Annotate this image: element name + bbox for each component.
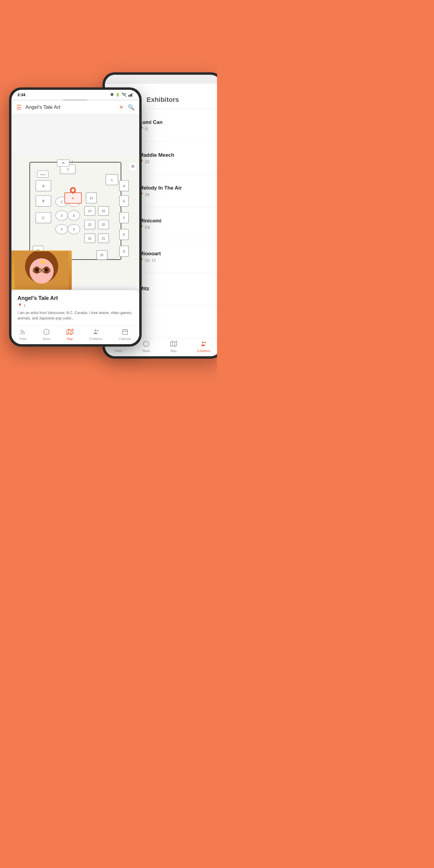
svg-text:13: 13 [90,196,93,200]
nav-exhibitors-label: Exhibitors [197,349,210,352]
svg-text:↓: ↓ [71,158,73,164]
svg-text:16: 16 [88,237,92,240]
svg-text:A: A [42,184,44,188]
exhibitor-name: Mitz [139,286,215,292]
svg-point-7 [205,342,206,343]
nav-item-news[interactable]: ! News [43,329,50,341]
svg-text:ATM: ATM [40,173,45,176]
info-card: Angel's Tale Art 📍 1 I am an artist from… [11,290,139,326]
exhibitor-info: Mitz [139,286,215,293]
svg-marker-3 [170,341,177,347]
news-icon: ! [43,329,50,337]
close-icon[interactable]: ✕ [119,104,124,111]
exhibitor-name: Maddie Meech [139,152,215,158]
exhibitor-info: Lumi Can 📍 G [139,119,215,131]
svg-text:B: B [42,199,44,203]
svg-text:2: 2 [61,200,63,204]
toolbar-title: Angel's Tale Art [25,104,116,110]
nav-calendar-label: Calendar [119,337,131,341]
svg-text:9: 9 [73,228,75,231]
svg-text:8: 8 [73,214,75,218]
svg-text:★: ★ [71,196,74,200]
exhibitor-name: Mioooart [139,251,215,257]
svg-text:1: 1 [111,178,113,182]
exhibitor-location: 📍 22 [139,159,215,164]
svg-text:20: 20 [101,223,105,226]
exhibitor-info: Maddie Meech 📍 22 [139,152,215,164]
svg-rect-8 [128,95,129,96]
svg-rect-10 [131,93,132,97]
main-nav-bar: Feed ! News Map [11,326,139,344]
menu-icon[interactable]: ☰ [16,104,22,111]
svg-text:3: 3 [61,214,63,218]
svg-point-71 [71,189,74,192]
svg-text:J: J [67,167,69,171]
exhibitor-location: 📍 G [139,127,215,131]
feed-icon [20,329,26,337]
settings-icon: ⚙ [110,93,114,97]
svg-text:!: ! [146,342,147,346]
exhibitor-location: 📍 29 [139,192,215,197]
battery-icon: 🔋 [116,93,120,97]
nav-feed-label: Feed [20,337,27,341]
svg-point-86 [21,333,22,335]
wifi-icon [122,92,127,97]
svg-point-6 [202,342,204,344]
svg-point-81 [45,269,48,272]
svg-rect-9 [130,94,131,97]
nav-map-label: Map [67,337,73,341]
nav-item-map[interactable]: Map [170,341,177,352]
scroll-indicator [11,99,139,101]
nav-news-label: News [142,349,150,352]
location-pin-icon: 📍 [18,303,22,308]
map-area[interactable]: A B C ATM J 35 1 [11,114,139,326]
svg-rect-94 [122,330,127,335]
exhibitor-name: Lumi Can [139,119,215,125]
svg-text:⊕: ⊕ [131,164,135,168]
svg-text:E: E [123,233,125,236]
svg-text:!: ! [46,330,47,334]
svg-marker-89 [67,329,73,335]
svg-text:G: G [123,199,125,203]
search-icon[interactable]: 🔍 [128,104,134,111]
nav-feed-label: Feed [115,349,122,352]
nav-news-label: News [43,337,50,341]
exhibitors-icon [200,341,207,349]
svg-point-80 [35,269,38,272]
calendar-icon [122,329,128,337]
svg-text:21: 21 [101,237,105,240]
svg-text:35: 35 [62,161,65,164]
map-icon [67,329,73,337]
svg-text:14: 14 [88,210,92,213]
phones-container: Exhibitors 🎨 Lumi Can 📍 G [0,72,217,434]
exhibitor-location: 📍 10, 11 [139,258,215,262]
exhibitor-name: Minicomi [139,218,215,224]
exhibitor-name: Melody In The Air [139,185,215,191]
map-icon [170,341,177,349]
svg-point-92 [94,330,96,332]
location-value: 1 [24,303,26,308]
status-time: 2:34 [18,93,25,97]
map-image-banner: ★ [11,250,139,290]
status-icons: ⚙ 🔋 [110,92,133,97]
svg-text:H: H [123,184,125,188]
signal-icon [128,93,133,97]
exhibitors-icon [93,329,99,337]
nav-map-label: Map [170,349,176,352]
svg-text:F: F [123,216,125,220]
info-card-name: Angel's Tale Art [18,295,133,301]
nav-item-calendar[interactable]: Calendar [119,329,131,341]
nav-item-exhibitors[interactable]: Exhibitors [197,341,210,352]
exhibitor-info: Mioooart 📍 10, 11 [139,251,215,262]
svg-text:★: ★ [40,258,46,266]
info-card-location: 📍 1 [18,303,133,308]
info-card-description: I am an artist from Vancouver, B.C. Cana… [18,310,133,321]
toolbar-icons: ✕ 🔍 [119,104,134,111]
nav-item-map[interactable]: Map [67,329,73,341]
svg-text:4: 4 [61,228,63,231]
toolbar: ☰ Angel's Tale Art ✕ 🔍 [11,101,139,114]
nav-item-feed[interactable]: Feed [20,329,27,341]
exhibitor-info: Minicomi 📍 C6 [139,218,215,230]
nav-item-exhibitors[interactable]: Exhibitors [90,329,103,341]
nav-item-news[interactable]: ! News [142,341,150,352]
